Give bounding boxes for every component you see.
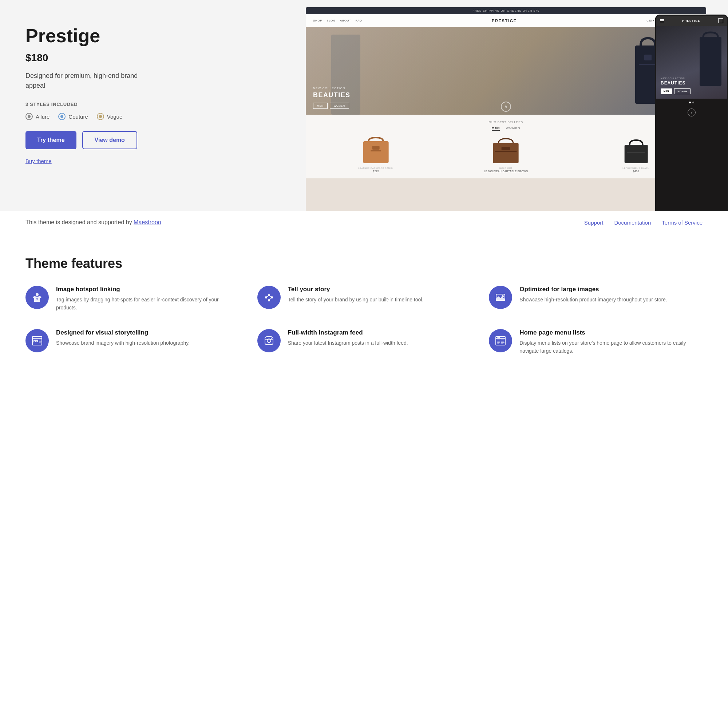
nav-usd: USD ▾ [646,19,654,22]
features-title: Theme features [26,256,702,271]
visual-icon [26,329,49,352]
style-couture[interactable]: Couture [58,113,88,120]
feature-menu: Home page menu lists Display menu lists … [489,329,702,355]
mobile-scroll-arrow[interactable]: ∨ [688,108,696,117]
hero-btn-women[interactable]: WOMEN [330,103,349,109]
feature-story-name: Tell your story [288,286,424,293]
svg-rect-28 [39,340,41,340]
feature-menu-content: Home page menu lists Display menu lists … [519,329,702,355]
svg-rect-29 [39,341,41,342]
svg-rect-4 [363,141,389,163]
scroll-down-arrow[interactable]: ∨ [501,102,511,112]
try-theme-button[interactable]: Try theme [26,131,76,149]
nav-links: SHOP BLOG ABOUT FAQ [313,19,362,22]
product-price-1: $275 [313,170,438,173]
product-price-2: LE NOUVEAU CARTABLE BROWN [443,170,569,173]
styles-label: 3 STYLES INCLUDED [26,102,288,107]
svg-point-38 [498,337,499,338]
feature-menu-desc: Display menu lists on your store's home … [519,339,702,355]
buy-theme-link[interactable]: Buy theme [26,158,288,164]
feature-hotspot: Image hotspot linking Tag images by drag… [26,286,239,312]
hero-btn-men[interactable]: MEN [313,103,328,109]
feature-visual-content: Designed for visual storytelling Showcas… [56,329,190,347]
bag-brown-svg [443,136,569,165]
svg-rect-11 [627,152,645,153]
svg-line-19 [266,295,269,297]
feature-hotspot-content: Image hotspot linking Tag images by drag… [56,286,239,312]
tab-women[interactable]: WOMEN [506,126,520,131]
feature-story: Tell your story Tell the story of your b… [257,286,471,312]
feature-instagram-content: Full-width Instagram feed Share your lat… [288,329,408,347]
designer-link[interactable]: Maestrooo [133,219,161,225]
product-img-1 [313,136,438,165]
svg-rect-46 [501,342,505,343]
mobile-inner: PRESTIGE NEW COLLECTION [656,16,727,210]
product-card-2: HOLD OUT LE NOUVEAU CARTABLE BROWN [443,136,569,173]
feature-instagram-name: Full-width Instagram feed [288,329,408,336]
feature-story-desc: Tell the story of your brand by using ou… [288,296,424,304]
story-icon [257,286,281,309]
product-tag-1: LEATHER BACKPACK CAMEL [313,167,438,169]
support-link[interactable]: Support [584,220,604,226]
nav-about: ABOUT [340,19,351,22]
preview-hero: NEW COLLECTION BEAUTIES MEN WOMEN ∨ [306,27,706,115]
mobile-dot-1 [689,102,691,103]
mobile-scroll-area: ∨ [656,106,727,119]
style-radio-vogue[interactable] [97,113,104,120]
documentation-link[interactable]: Documentation [614,220,651,226]
mobile-btn-men[interactable]: MEN [661,88,672,94]
view-demo-button[interactable]: View demo [82,131,137,149]
nav-shop: SHOP [313,19,322,22]
feature-images: Optimized for large images Showcase high… [489,286,702,312]
left-panel: Prestige $180 Designed for premium, high… [0,0,306,211]
svg-rect-7 [493,143,519,163]
instagram-icon [257,329,281,352]
hero-subtitle: NEW COLLECTION [313,86,350,90]
features-grid: Image hotspot linking Tag images by drag… [26,286,702,355]
theme-title: Prestige [26,26,288,46]
feature-hotspot-desc: Tag images by dragging hot-spots for eas… [56,296,239,312]
product-img-2 [443,136,569,165]
svg-point-37 [497,337,497,338]
large-image-icon-svg [495,291,506,303]
style-vogue[interactable]: Vogue [97,113,123,120]
feature-images-desc: Showcase high-resolution product imagery… [519,296,667,304]
style-radio-allure[interactable] [26,113,33,120]
svg-rect-2 [644,55,652,61]
hero-text: NEW COLLECTION BEAUTIES MEN WOMEN [306,81,358,115]
preview-banner: FREE SHIPPING ON ORDERS OVER $70 [306,7,706,14]
feature-visual-name: Designed for visual storytelling [56,329,190,336]
preview-products: OUR BEST SELLERS MEN WOMEN [306,115,706,178]
svg-rect-44 [501,340,505,340]
mobile-dot-2 [692,102,694,103]
desktop-preview: FREE SHIPPING ON ORDERS OVER $70 SHOP BL… [306,7,706,211]
feature-hotspot-name: Image hotspot linking [56,286,239,293]
feature-images-name: Optimized for large images [519,286,667,293]
instagram-icon-svg [263,335,275,347]
theme-price: $180 [26,52,288,64]
mobile-cart-icon[interactable] [718,18,723,23]
top-section: Prestige $180 Designed for premium, high… [0,0,728,211]
style-radio-couture[interactable] [58,113,65,120]
svg-rect-9 [502,147,510,150]
large-image-icon [489,286,512,309]
svg-rect-47 [501,344,504,344]
tab-men[interactable]: MEN [492,126,500,131]
bag-camel-svg [313,136,438,165]
terms-link[interactable]: Terms of Service [662,220,702,226]
product-tag-2: HOLD OUT [443,167,569,169]
buttons-row: Try theme View demo [26,131,288,149]
support-text-area: This theme is designed and supported by … [26,219,161,226]
svg-rect-43 [497,344,499,344]
mobile-hamburger-icon[interactable] [660,19,664,23]
right-panel: FREE SHIPPING ON ORDERS OVER $70 SHOP BL… [306,0,728,211]
hero-heading: BEAUTIES [313,91,350,99]
svg-rect-41 [497,341,500,342]
products-grid: LEATHER BACKPACK CAMEL $275 HO [313,136,699,173]
svg-rect-1 [639,64,657,65]
product-card-1: LEATHER BACKPACK CAMEL $275 [313,136,438,173]
svg-rect-10 [624,145,648,163]
style-allure[interactable]: Allure [26,113,50,120]
mobile-logo: PRESTIGE [682,19,700,23]
mobile-btn-women[interactable]: WOMEN [674,88,690,94]
